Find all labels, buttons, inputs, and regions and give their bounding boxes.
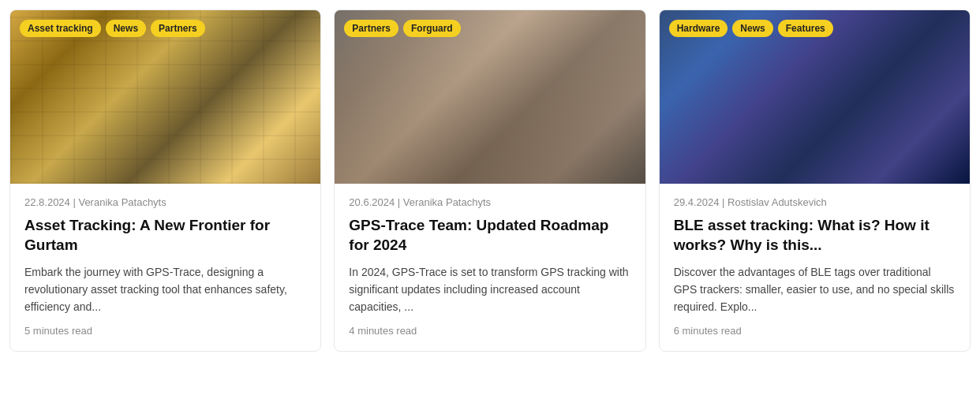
tag-3-1[interactable]: Hardware bbox=[669, 20, 728, 37]
card-tags-1: Asset trackingNewsPartners bbox=[20, 20, 205, 37]
card-title-3: BLE asset tracking: What is? How it work… bbox=[674, 216, 956, 255]
tag-1-2[interactable]: News bbox=[106, 20, 146, 37]
card-excerpt-3: Discover the advantages of BLE tags over… bbox=[674, 264, 956, 315]
card-read-time-1: 5 minutes read bbox=[24, 325, 306, 337]
card-excerpt-1: Embark the journey with GPS-Trace, desig… bbox=[24, 264, 306, 315]
news-card-1[interactable]: Asset trackingNewsPartners22.8.2024 | Ve… bbox=[9, 9, 321, 352]
tag-1-1[interactable]: Asset tracking bbox=[20, 20, 101, 37]
card-title-2: GPS-Trace Team: Updated Roadmap for 2024 bbox=[349, 216, 630, 255]
card-image-2: PartnersForguard bbox=[335, 10, 645, 184]
tag-3-3[interactable]: Features bbox=[778, 20, 833, 37]
card-image-1: Asset trackingNewsPartners bbox=[10, 10, 320, 184]
card-tags-2: PartnersForguard bbox=[344, 20, 460, 37]
card-tags-3: HardwareNewsFeatures bbox=[669, 20, 833, 37]
tag-2-2[interactable]: Forguard bbox=[403, 20, 461, 37]
card-meta-2: 20.6.2024 | Veranika Patachyts bbox=[349, 196, 630, 208]
card-meta-3: 29.4.2024 | Rostislav Adutskevich bbox=[674, 196, 956, 208]
news-cards-grid: Asset trackingNewsPartners22.8.2024 | Ve… bbox=[9, 9, 971, 352]
tag-1-3[interactable]: Partners bbox=[151, 20, 205, 37]
news-card-3[interactable]: HardwareNewsFeatures29.4.2024 | Rostisla… bbox=[659, 9, 971, 352]
card-image-3: HardwareNewsFeatures bbox=[660, 10, 970, 184]
card-title-1: Asset Tracking: A New Frontier for Gurta… bbox=[24, 216, 306, 255]
card-read-time-3: 6 minutes read bbox=[674, 325, 956, 337]
news-card-2[interactable]: PartnersForguard20.6.2024 | Veranika Pat… bbox=[334, 9, 645, 352]
card-read-time-2: 4 minutes read bbox=[349, 325, 630, 337]
card-excerpt-2: In 2024, GPS-Trace is set to transform G… bbox=[349, 264, 630, 315]
tag-2-1[interactable]: Partners bbox=[344, 20, 398, 37]
tag-3-2[interactable]: News bbox=[732, 20, 772, 37]
card-meta-1: 22.8.2024 | Veranika Patachyts bbox=[24, 196, 306, 208]
